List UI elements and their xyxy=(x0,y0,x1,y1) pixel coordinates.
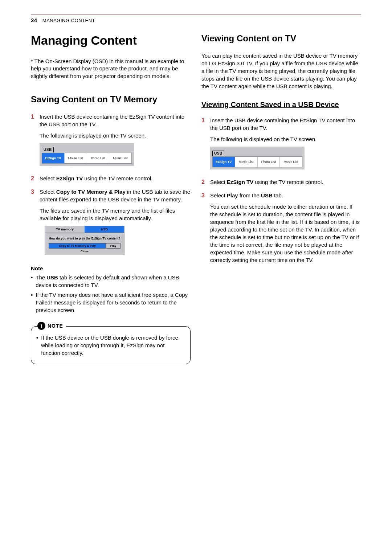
step-number: 1 xyxy=(31,113,36,170)
viewing-steps: 1 Insert the USB device containing the E… xyxy=(201,116,361,264)
step-number: 2 xyxy=(31,175,36,183)
step-2: 2 Select EzSign TV using the TV remote c… xyxy=(201,178,361,186)
note-bullet: The USB tab is selected by default and s… xyxy=(31,274,191,289)
usb-popup-figure: USB EzSign TV Movie List Photo List Musi… xyxy=(40,143,134,166)
close-button: Close xyxy=(45,249,124,255)
step-text: Select Copy to TV Memory & Play in the U… xyxy=(40,188,191,203)
saving-steps: 1 Insert the USB device containing the E… xyxy=(31,113,191,261)
step-3: 3 Select Play from the USB tab. You can … xyxy=(201,192,361,264)
usb-popup-tabs: EzSign TV Movie List Photo List Music Li… xyxy=(42,153,132,164)
page-number: 24 xyxy=(31,17,37,23)
note-box-text: If the USB device or the USB dongle is r… xyxy=(36,334,185,357)
step-number: 2 xyxy=(201,178,207,186)
usb-popup-figure: USB EzSign TV Movie List Photo List Musi… xyxy=(210,147,305,170)
section-saving: Saving Content on TV Memory xyxy=(31,94,191,105)
note-callout: ! NOTE If the USB device or the USB dong… xyxy=(31,326,191,364)
tvmemory-popup-figure: TV memory USB How do you want to play th… xyxy=(45,226,124,255)
step-text: Insert the USB device containing the EzS… xyxy=(210,116,361,132)
left-column: Managing Content * The On-Screen Display… xyxy=(31,33,191,364)
step-number: 3 xyxy=(201,192,207,264)
usb-popup-label: USB xyxy=(212,151,224,156)
usb-popup-tabs: EzSign TV Movie List Photo List Music Li… xyxy=(212,156,302,168)
step-3: 3 Select Copy to TV Memory & Play in the… xyxy=(31,188,191,261)
viewing-intro: You can play the content saved in the US… xyxy=(201,52,361,90)
usb-tab-ezsign: EzSign TV xyxy=(213,157,235,167)
usb-tab-music: Music List xyxy=(109,153,131,164)
running-title: MANAGING CONTENT xyxy=(42,18,95,23)
step-text: Select EzSign TV using the TV remote con… xyxy=(210,178,361,186)
step-2: 2 Select EzSign TV using the TV remote c… xyxy=(31,175,191,183)
note-icon: ! xyxy=(37,322,45,330)
step-1: 1 Insert the USB device containing the E… xyxy=(201,116,361,173)
note-badge-text: NOTE xyxy=(48,323,63,329)
subsection-usb: Viewing Content Saved in a USB Device xyxy=(201,100,361,109)
step-number: 1 xyxy=(201,116,207,173)
section-viewing: Viewing Content on TV xyxy=(201,33,361,44)
usb-tab-photo: Photo List xyxy=(258,157,280,167)
chapter-title: Managing Content xyxy=(31,33,191,48)
popup-question: How do you want to play the EzSign TV co… xyxy=(45,233,124,243)
usb-tab-photo: Photo List xyxy=(87,153,110,164)
osd-disclaimer: * The On-Screen Display (OSD) in this ma… xyxy=(31,58,191,80)
right-column: Viewing Content on TV You can play the c… xyxy=(201,33,361,364)
step-text: The files are saved in the TV memory and… xyxy=(40,207,191,222)
running-header: 24 MANAGING CONTENT xyxy=(31,17,361,23)
usb-tab: USB xyxy=(85,226,124,233)
usb-popup-label: USB xyxy=(42,147,54,152)
step-text: Select Play from the USB tab. xyxy=(210,192,361,199)
usb-tab-movie: Movie List xyxy=(235,157,258,167)
note-heading: Note xyxy=(31,265,191,271)
step-text: You can set the schedule mode to either … xyxy=(210,203,361,264)
step-1: 1 Insert the USB device containing the E… xyxy=(31,113,191,170)
note-bullets: The USB tab is selected by default and s… xyxy=(31,274,191,314)
note-bullet: If the TV memory does not have a suffici… xyxy=(31,291,191,314)
tvmemory-tab: TV memory xyxy=(45,226,85,233)
play-button: Play xyxy=(106,243,121,249)
copy-play-button: Copy to TV Memory & Play xyxy=(49,243,106,249)
step-text: The following is displayed on the TV scr… xyxy=(210,135,361,143)
step-text: The following is displayed on the TV scr… xyxy=(40,132,191,139)
usb-tab-music: Music List xyxy=(280,157,302,167)
usb-tab-ezsign: EzSign TV xyxy=(42,153,65,164)
step-text: Insert the USB device containing the EzS… xyxy=(40,113,191,128)
usb-tab-movie: Movie List xyxy=(65,153,87,164)
step-number: 3 xyxy=(31,188,36,261)
step-text: Select EzSign TV using the TV remote con… xyxy=(40,175,191,182)
